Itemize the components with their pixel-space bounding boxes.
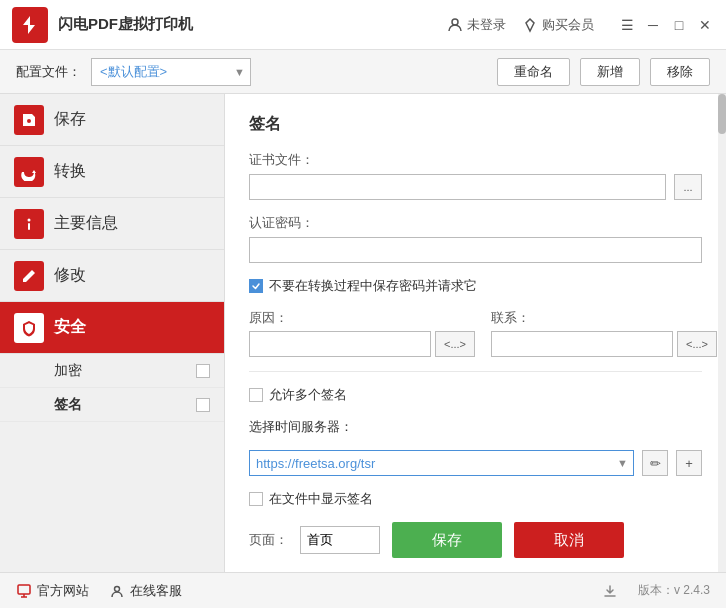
svg-point-5	[115, 586, 120, 591]
sidebar-subitem-sign-label: 签名	[54, 396, 82, 414]
allow-multi-row: 允许多个签名	[249, 386, 702, 404]
version-text: 版本：v 2.4.3	[638, 582, 710, 599]
remove-btn[interactable]: 移除	[650, 58, 710, 86]
divider1	[249, 371, 702, 372]
svg-point-1	[452, 19, 458, 25]
allow-multi-checkbox[interactable]	[249, 388, 263, 402]
config-select[interactable]: <默认配置>	[91, 58, 251, 86]
sidebar-item-edit[interactable]: 修改	[0, 250, 224, 302]
sidebar: 保存 转换 主要信息 修改 安全	[0, 94, 225, 572]
rename-btn[interactable]: 重命名	[497, 58, 570, 86]
download-icon	[602, 583, 618, 599]
sidebar-item-convert[interactable]: 转换	[0, 146, 224, 198]
scrollbar-thumb[interactable]	[718, 94, 726, 134]
show-sign-row: 在文件中显示签名	[249, 490, 702, 508]
sidebar-item-edit-label: 修改	[54, 265, 86, 286]
reason-label: 原因：	[249, 309, 475, 327]
sidebar-item-security-label: 安全	[54, 317, 86, 338]
contact-btn[interactable]: <...>	[677, 331, 717, 357]
show-sign-label: 在文件中显示签名	[269, 490, 373, 508]
encrypt-checkbox[interactable]	[196, 364, 210, 378]
website-link[interactable]: 官方网站	[16, 582, 89, 600]
auth-password-group: 认证密码：	[249, 214, 702, 263]
ts-label: 选择时间服务器：	[249, 418, 353, 436]
app-logo	[12, 7, 48, 43]
scrollbar-track[interactable]	[718, 94, 726, 572]
config-label: 配置文件：	[16, 63, 81, 81]
ts-select-wrap: https://freetsa.org/tsr ▼	[249, 450, 634, 476]
sidebar-item-save[interactable]: 保存	[0, 94, 224, 146]
cert-file-row: ...	[249, 174, 702, 200]
support-link[interactable]: 在线客服	[109, 582, 182, 600]
save-icon	[14, 105, 44, 135]
cert-file-input[interactable]	[249, 174, 666, 200]
auth-password-input[interactable]	[249, 237, 702, 263]
sidebar-item-info-label: 主要信息	[54, 213, 118, 234]
ts-edit-btn[interactable]: ✏	[642, 450, 668, 476]
sidebar-item-security[interactable]: 安全	[0, 302, 224, 354]
website-icon	[16, 583, 32, 599]
checkmark-icon	[251, 281, 261, 291]
config-bar: 配置文件： <默认配置> ▼ 重命名 新增 移除	[0, 50, 726, 94]
no-save-password-checkbox[interactable]	[249, 279, 263, 293]
section-title: 签名	[249, 114, 702, 135]
content-panel: 签名 证书文件： ... 认证密码： 不要在转换过程中保存密码并请求它	[225, 94, 726, 572]
cert-file-label: 证书文件：	[249, 151, 702, 169]
sidebar-item-info[interactable]: 主要信息	[0, 198, 224, 250]
ts-add-btn[interactable]: +	[676, 450, 702, 476]
allow-multi-label: 允许多个签名	[269, 386, 347, 404]
cert-browse-btn[interactable]: ...	[674, 174, 702, 200]
diamond-icon	[522, 17, 538, 33]
page-label: 页面：	[249, 531, 288, 549]
ts-select-row: https://freetsa.org/tsr ▼ ✏ +	[249, 450, 702, 476]
win-controls: ☰ ─ □ ✕	[618, 16, 714, 34]
contact-input[interactable]	[491, 331, 673, 357]
sidebar-subitem-encrypt-label: 加密	[54, 362, 82, 380]
no-save-password-row: 不要在转换过程中保存密码并请求它	[249, 277, 702, 295]
contact-label: 联系：	[491, 309, 717, 327]
minimize-btn[interactable]: ─	[644, 16, 662, 34]
page-input[interactable]	[300, 526, 380, 554]
menu-btn[interactable]: ☰	[618, 16, 636, 34]
maximize-btn[interactable]: □	[670, 16, 688, 34]
sign-checkbox[interactable]	[196, 398, 210, 412]
main-area: 保存 转换 主要信息 修改 安全	[0, 94, 726, 572]
footer-actions: 页面： 保存 取消	[249, 522, 702, 558]
cancel-btn[interactable]: 取消	[514, 522, 624, 558]
auth-password-row	[249, 237, 702, 263]
sidebar-subitem-sign[interactable]: 签名	[0, 388, 224, 422]
svg-rect-3	[28, 223, 30, 230]
add-btn[interactable]: 新增	[580, 58, 640, 86]
login-btn[interactable]: 未登录	[447, 16, 506, 34]
ts-select[interactable]: https://freetsa.org/tsr	[249, 450, 634, 476]
config-select-wrap: <默认配置> ▼	[91, 58, 251, 86]
reason-btn[interactable]: <...>	[435, 331, 475, 357]
close-btn[interactable]: ✕	[696, 16, 714, 34]
contact-field: <...>	[491, 331, 717, 357]
titlebar: 闪电PDF虚拟打印机 未登录 购买会员 ☰ ─ □ ✕	[0, 0, 726, 50]
save-btn[interactable]: 保存	[392, 522, 502, 558]
ts-row: 选择时间服务器：	[249, 418, 702, 436]
contact-col: 联系： <...>	[491, 309, 717, 357]
reason-field: <...>	[249, 331, 475, 357]
app-title: 闪电PDF虚拟打印机	[58, 15, 447, 34]
sidebar-item-convert-label: 转换	[54, 161, 86, 182]
reason-input[interactable]	[249, 331, 431, 357]
show-sign-checkbox[interactable]	[249, 492, 263, 506]
support-icon	[109, 583, 125, 599]
auth-password-label: 认证密码：	[249, 214, 702, 232]
cert-file-group: 证书文件： ...	[249, 151, 702, 200]
convert-icon	[14, 157, 44, 187]
security-icon	[14, 313, 44, 343]
svg-point-2	[28, 218, 31, 221]
no-save-password-label: 不要在转换过程中保存密码并请求它	[269, 277, 477, 295]
svg-rect-4	[18, 585, 30, 594]
sidebar-item-save-label: 保存	[54, 109, 86, 130]
reason-col: 原因： <...>	[249, 309, 475, 357]
vip-btn[interactable]: 购买会员	[522, 16, 594, 34]
sidebar-subitem-encrypt[interactable]: 加密	[0, 354, 224, 388]
edit-icon	[14, 261, 44, 291]
titlebar-right: 未登录 购买会员 ☰ ─ □ ✕	[447, 16, 714, 34]
reason-contact-location-row: 原因： <...> 联系： <...> 位置： <...>	[249, 309, 702, 357]
bottom-bar: 官方网站 在线客服 版本：v 2.4.3	[0, 572, 726, 608]
